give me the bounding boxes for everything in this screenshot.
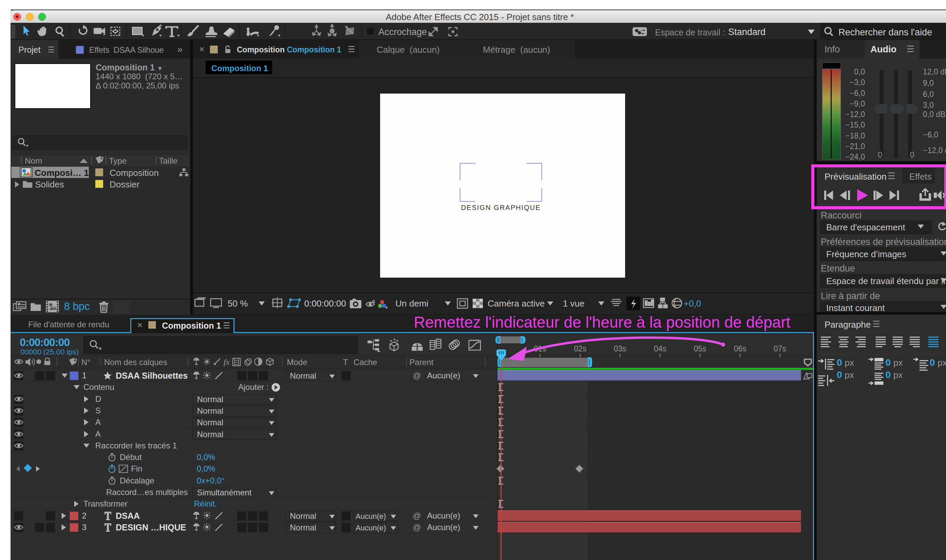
svg-text:fx: fx: [223, 358, 230, 366]
